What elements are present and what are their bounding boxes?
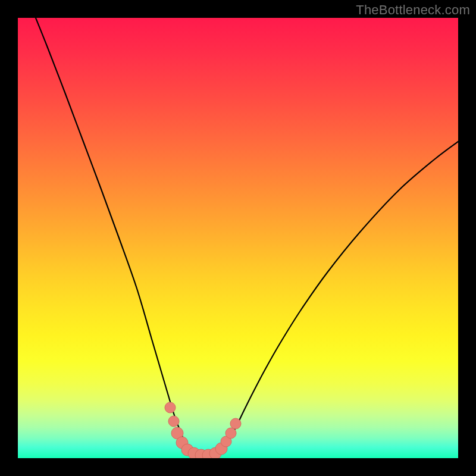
watermark-text: TheBottleneck.com	[356, 2, 470, 18]
bead-1	[168, 416, 179, 427]
plot-area	[18, 18, 458, 458]
bead-group	[165, 402, 241, 458]
bead-0	[165, 402, 176, 413]
curves-svg	[18, 18, 458, 458]
curve-right-branch	[207, 142, 458, 457]
bead-11	[226, 428, 236, 439]
curve-left-branch	[36, 18, 207, 457]
bead-12	[230, 418, 241, 429]
chart-stage: TheBottleneck.com	[0, 0, 476, 476]
curve-group	[36, 18, 458, 457]
